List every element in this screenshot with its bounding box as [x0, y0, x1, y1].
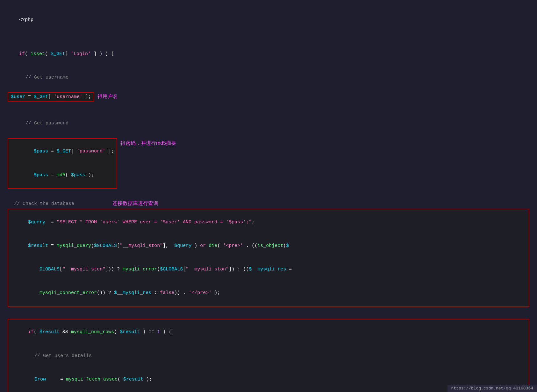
blank-line3 [8, 192, 529, 200]
bottom-bar: https://blog.csdn.net/qq_43168364 [447, 385, 537, 392]
url-text: https://blog.csdn.net/qq_43168364 [451, 386, 533, 391]
result-line3: mysqli_connect_error()) ? $__mysqli_res … [11, 282, 526, 305]
pass-line1: $pass = $_GET[ 'password' ]; [11, 140, 114, 164]
code-container: <?php if( isset( $_GET[ 'Login' ] ) ) { … [0, 0, 537, 392]
blank-line2 [8, 104, 529, 112]
php-open-tag: <?php [8, 8, 529, 32]
pass-highlight-box: $pass = $_GET[ 'password' ]; $pass = md5… [8, 138, 117, 189]
query-highlight-box: $query = "SELECT * FROM `users` WHERE us… [8, 209, 529, 307]
comment-get-users: // Get users details [17, 344, 526, 368]
annotation-username: 得用户名 [97, 93, 118, 100]
query-line: $query = "SELECT * FROM `users` WHERE us… [11, 211, 526, 234]
blank-line [8, 34, 529, 42]
annotation-db: 连接数据库进行查询 [112, 200, 158, 207]
user-line-wrapper: $user = $_GET[ 'username' ]; 得用户名 [8, 90, 529, 103]
if-login-line: if( isset( $_GET[ 'Login' ] ) ) { [8, 42, 529, 66]
if-result-line: if( $result && mysqli_num_rows( $result … [11, 321, 526, 344]
pass-line-wrapper: $pass = $_GET[ 'password' ]; $pass = md5… [8, 136, 529, 191]
comment-get-password: // Get password [14, 112, 529, 135]
pass-line2: $pass = md5( $pass ); [11, 164, 114, 187]
result-line1: $result = mysqli_query($GLOBALS["__mysql… [11, 234, 526, 258]
blank-line4 [8, 309, 529, 317]
comment-get-username: // Get username [14, 66, 529, 89]
user-highlight-box: $user = $_GET[ 'username' ]; [8, 92, 94, 102]
if-result-highlight-box: if( $result && mysqli_num_rows( $result … [8, 319, 529, 392]
comment-db-wrapper: // Check the database 连接数据库进行查询 [8, 200, 529, 207]
annotation-password: 得密码，并进行md5摘要 [120, 140, 176, 147]
result-line2: GLOBALS["__mysqli_ston"])) ? mysqli_erro… [11, 258, 526, 281]
